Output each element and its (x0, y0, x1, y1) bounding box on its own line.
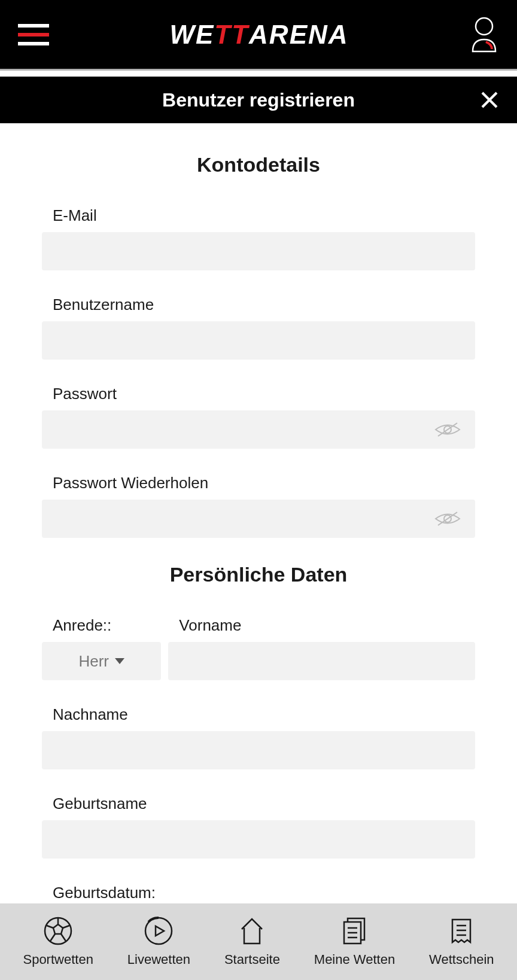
section-title-personal: Persönliche Daten (42, 563, 475, 586)
salutation-label: Anrede:: (42, 616, 161, 635)
salutation-value: Herr (78, 652, 109, 671)
top-header: WETTARENA (0, 0, 517, 71)
email-label: E-Mail (42, 206, 475, 225)
birthname-input[interactable] (42, 820, 475, 859)
email-input[interactable] (42, 232, 475, 270)
section-title-account: Kontodetails (42, 153, 475, 176)
lastname-label: Nachname (42, 705, 475, 724)
firstname-label: Vorname (168, 616, 475, 635)
username-input[interactable] (42, 321, 475, 360)
password-input[interactable] (42, 410, 475, 449)
soccer-ball-icon (43, 916, 73, 946)
birthname-label: Geburtsname (42, 795, 475, 813)
home-icon (237, 916, 267, 946)
bottom-navigation: Sportwetten Livewetten Startseite (0, 903, 517, 980)
nav-label: Startseite (224, 952, 280, 967)
logo-text-2: TT (214, 20, 249, 50)
svg-line-21 (61, 934, 66, 941)
page-title: Benutzer registrieren (162, 89, 355, 111)
page-header: Benutzer registrieren (0, 77, 517, 123)
close-icon[interactable] (480, 90, 499, 109)
eye-hidden-icon[interactable] (434, 421, 461, 439)
documents-icon (339, 916, 369, 946)
menu-icon[interactable] (18, 24, 49, 45)
logo[interactable]: WETTARENA (169, 20, 348, 50)
nav-wettschein[interactable]: Wettschein (429, 916, 494, 967)
nav-label: Wettschein (429, 952, 494, 967)
chevron-down-icon (115, 658, 124, 664)
svg-marker-25 (156, 926, 164, 936)
ticket-icon (446, 916, 476, 946)
nav-sportwetten[interactable]: Sportwetten (23, 916, 93, 967)
nav-livewetten[interactable]: Livewetten (127, 916, 190, 967)
birthdate-label: Geburtsdatum: (42, 884, 475, 902)
svg-point-0 (476, 18, 492, 35)
play-circle-icon (144, 916, 174, 946)
salutation-select[interactable]: Herr (42, 642, 161, 680)
lastname-input[interactable] (42, 731, 475, 769)
nav-startseite[interactable]: Startseite (224, 916, 280, 967)
profile-icon[interactable] (469, 17, 499, 53)
svg-marker-18 (53, 924, 63, 934)
registration-form: Kontodetails E-Mail Benutzername Passwor… (0, 123, 517, 932)
logo-text-3: ARENA (249, 20, 348, 50)
nav-label: Meine Wetten (314, 952, 395, 967)
password-repeat-label: Passwort Wiederholen (42, 474, 475, 492)
password-label: Passwort (42, 385, 475, 403)
svg-line-23 (47, 926, 53, 928)
nav-label: Sportwetten (23, 952, 93, 967)
firstname-input[interactable] (168, 642, 475, 680)
svg-line-20 (63, 926, 69, 928)
nav-label: Livewetten (127, 952, 190, 967)
nav-meine-wetten[interactable]: Meine Wetten (314, 916, 395, 967)
username-label: Benutzername (42, 296, 475, 314)
password-repeat-input[interactable] (42, 500, 475, 538)
svg-line-22 (50, 934, 55, 941)
logo-text-1: WE (169, 20, 214, 50)
eye-hidden-icon[interactable] (434, 510, 461, 528)
